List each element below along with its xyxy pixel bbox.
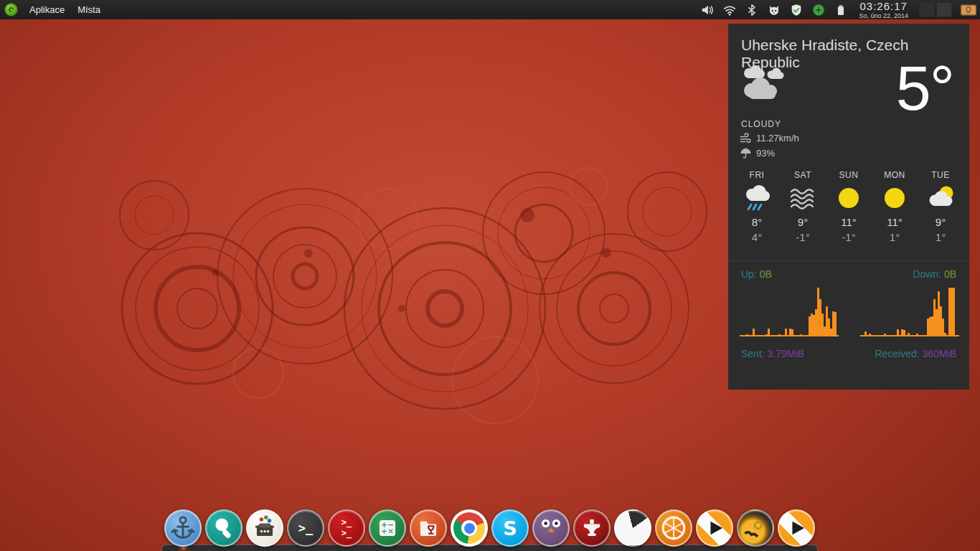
partly-cloudy-icon	[918, 183, 963, 215]
dock-item-skype[interactable]: S	[491, 509, 529, 547]
dock-item-play-swirl[interactable]	[696, 509, 733, 547]
forecast-day-tue: TUE9°1°	[918, 170, 963, 243]
menu-applications[interactable]: Aplikace	[28, 1, 66, 18]
drawer-icon[interactable]	[960, 3, 977, 17]
dock-item-calculator[interactable]: +−÷✕	[369, 509, 406, 547]
dock: >_>_>_+−÷✕S	[164, 509, 815, 547]
volume-icon[interactable]	[700, 3, 715, 17]
forecast-day-label: FRI	[734, 170, 780, 180]
weather-condition: CLOUDY	[741, 119, 781, 129]
animal-head-icon[interactable]	[767, 3, 781, 17]
dock-item-owl[interactable]	[532, 509, 570, 547]
sunny-icon	[826, 183, 872, 215]
dock-item-folder-wine[interactable]	[410, 509, 447, 547]
forecast-day-label: MON	[872, 170, 918, 180]
forecast-day-label: TUE	[918, 170, 963, 180]
workspace-1[interactable]	[919, 2, 935, 17]
forecast-high: 9°	[918, 216, 963, 228]
rain-icon	[734, 183, 780, 215]
upload-graph	[740, 285, 839, 336]
desktop: Aplikace Místa 03:26:17 So, úno 22, 2014…	[0, 0, 980, 551]
weather-widget: Uherske Hradiste, Czech Republic CLOUDY …	[728, 24, 969, 390]
sunny-icon	[872, 183, 918, 215]
fog-icon	[780, 183, 826, 215]
download-rate: Down: 0B	[913, 268, 956, 280]
menu-places[interactable]: Místa	[76, 1, 102, 18]
top-panel: Aplikace Místa 03:26:17 So, úno 22, 2014	[0, 0, 980, 19]
update-circle-icon[interactable]	[811, 3, 826, 17]
humidity-value: 93%	[756, 148, 775, 159]
clock[interactable]: 03:26:17 So, úno 22, 2014	[856, 1, 911, 19]
dock-item-magnifier[interactable]	[205, 509, 242, 547]
sent-total: Sent: 3.79MiB	[741, 348, 804, 359]
upload-rate: Up: 0B	[741, 268, 772, 280]
svg-text:✕: ✕	[387, 527, 394, 535]
forecast-day-label: SUN	[826, 170, 872, 180]
svg-text:÷: ÷	[381, 527, 387, 535]
clock-time: 03:26:17	[859, 1, 908, 11]
forecast-day-fri: FRI8°4°	[734, 170, 780, 243]
distro-menu-icon[interactable]	[4, 3, 18, 17]
forecast-low: 1°	[872, 231, 918, 243]
forecast-low: 4°	[734, 231, 780, 243]
forecast-low: -1°	[826, 231, 872, 243]
shield-check-icon[interactable]	[789, 3, 804, 17]
dock-item-terminal-red[interactable]: >_>_	[328, 509, 365, 547]
current-temperature: 5°	[896, 57, 953, 120]
wifi-icon[interactable]	[722, 3, 737, 17]
dock-item-chrome[interactable]	[451, 509, 488, 547]
wind-icon	[740, 132, 752, 144]
forecast-low: 1°	[918, 231, 963, 243]
bluetooth-icon[interactable]	[745, 3, 759, 17]
forecast-day-label: SAT	[780, 170, 826, 180]
wind-speed: 11.27km/h	[756, 133, 799, 143]
clock-date: So, úno 22, 2014	[859, 13, 908, 19]
forecast-high: 11°	[826, 216, 872, 228]
forecast-day-sun: SUN11°-1°	[826, 170, 872, 243]
forecast-high: 9°	[780, 216, 826, 228]
dock-item-burning-disc[interactable]	[737, 509, 774, 547]
wind-row: 11.27km/h	[740, 132, 799, 144]
forecast-day-mon: MON11°1°	[872, 170, 918, 243]
umbrella-icon	[740, 147, 752, 159]
dock-item-orange-slice[interactable]	[655, 509, 692, 547]
forecast-row: FRI8°4°SAT9°-1°SUN11°-1°MON11°1°TUE9°1°	[734, 170, 963, 243]
widget-divider	[728, 260, 969, 261]
humidity-row: 93%	[740, 147, 775, 159]
forecast-high: 8°	[734, 216, 780, 228]
download-graph	[860, 285, 959, 336]
dock-item-sphere-wedge[interactable]	[614, 509, 651, 547]
forecast-low: -1°	[780, 231, 826, 243]
dock-item-play-swirl-2[interactable]	[778, 509, 815, 547]
battery-icon[interactable]	[834, 3, 848, 17]
workspace-switcher[interactable]	[919, 2, 952, 17]
dock-item-package[interactable]	[246, 509, 283, 547]
cloudy-icon	[738, 64, 787, 104]
system-tray	[700, 3, 848, 17]
forecast-day-sat: SAT9°-1°	[780, 170, 826, 243]
received-total: Received: 360MiB	[875, 348, 956, 359]
dock-item-anchor[interactable]	[164, 509, 202, 547]
workspace-2[interactable]	[936, 2, 952, 17]
forecast-high: 11°	[872, 216, 918, 228]
dock-item-anvil[interactable]	[573, 509, 611, 547]
dock-item-terminal[interactable]: >_	[287, 509, 324, 547]
